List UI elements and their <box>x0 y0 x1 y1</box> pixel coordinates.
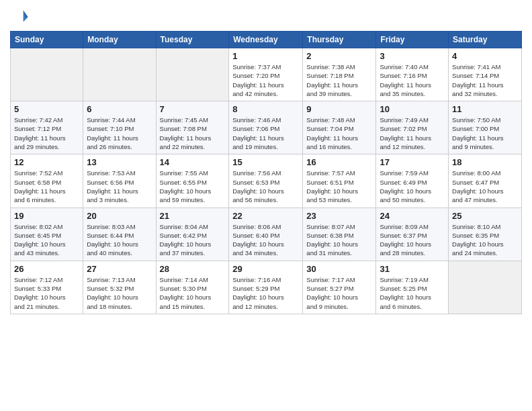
day-number: 27 <box>87 264 152 274</box>
calendar-cell: 30Sunrise: 7:17 AM Sunset: 5:27 PM Dayli… <box>303 261 376 314</box>
calendar-cell: 18Sunrise: 8:00 AM Sunset: 6:47 PM Dayli… <box>449 154 522 208</box>
header <box>10 7 522 26</box>
day-number: 7 <box>160 104 226 114</box>
day-number: 12 <box>14 157 79 167</box>
day-info: Sunrise: 8:09 AM Sunset: 6:37 PM Dayligh… <box>380 222 445 258</box>
day-number: 21 <box>160 211 226 221</box>
calendar-cell: 29Sunrise: 7:16 AM Sunset: 5:29 PM Dayli… <box>229 261 303 314</box>
day-info: Sunrise: 7:12 AM Sunset: 5:33 PM Dayligh… <box>14 275 79 311</box>
calendar-cell: 9Sunrise: 7:48 AM Sunset: 7:04 PM Daylig… <box>303 101 376 154</box>
calendar-cell: 1Sunrise: 7:37 AM Sunset: 7:20 PM Daylig… <box>229 48 303 101</box>
day-info: Sunrise: 7:14 AM Sunset: 5:30 PM Dayligh… <box>160 275 226 311</box>
day-info: Sunrise: 7:37 AM Sunset: 7:20 PM Dayligh… <box>232 62 299 98</box>
calendar-cell: 11Sunrise: 7:50 AM Sunset: 7:00 PM Dayli… <box>449 101 522 154</box>
calendar-cell: 22Sunrise: 8:06 AM Sunset: 6:40 PM Dayli… <box>229 208 303 261</box>
day-info: Sunrise: 7:19 AM Sunset: 5:25 PM Dayligh… <box>380 275 445 311</box>
day-info: Sunrise: 8:06 AM Sunset: 6:40 PM Dayligh… <box>232 222 299 258</box>
day-number: 25 <box>452 211 518 221</box>
day-info: Sunrise: 7:44 AM Sunset: 7:10 PM Dayligh… <box>87 116 152 151</box>
calendar-cell: 21Sunrise: 8:04 AM Sunset: 6:42 PM Dayli… <box>156 208 229 261</box>
day-number: 9 <box>306 104 372 114</box>
calendar-cell <box>11 48 83 101</box>
day-number: 31 <box>380 264 445 274</box>
day-number: 4 <box>452 51 518 61</box>
day-info: Sunrise: 7:57 AM Sunset: 6:51 PM Dayligh… <box>306 169 372 204</box>
weekday-header-sunday: Sunday <box>11 32 83 48</box>
day-number: 1 <box>232 51 299 61</box>
week-row-5: 26Sunrise: 7:12 AM Sunset: 5:33 PM Dayli… <box>11 261 522 314</box>
page: SundayMondayTuesdayWednesdayThursdayFrid… <box>0 0 532 324</box>
day-info: Sunrise: 7:50 AM Sunset: 7:00 PM Dayligh… <box>452 116 518 151</box>
day-number: 5 <box>14 104 79 114</box>
day-number: 28 <box>160 264 226 274</box>
calendar-cell: 25Sunrise: 8:10 AM Sunset: 6:35 PM Dayli… <box>449 208 522 261</box>
week-row-2: 5Sunrise: 7:42 AM Sunset: 7:12 PM Daylig… <box>11 101 522 154</box>
calendar-cell: 24Sunrise: 8:09 AM Sunset: 6:37 PM Dayli… <box>376 208 449 261</box>
calendar-cell: 4Sunrise: 7:41 AM Sunset: 7:14 PM Daylig… <box>449 48 522 101</box>
calendar-cell: 17Sunrise: 7:59 AM Sunset: 6:49 PM Dayli… <box>376 154 449 208</box>
calendar-cell: 13Sunrise: 7:53 AM Sunset: 6:56 PM Dayli… <box>83 154 156 208</box>
week-row-3: 12Sunrise: 7:52 AM Sunset: 6:58 PM Dayli… <box>11 154 522 208</box>
day-info: Sunrise: 8:04 AM Sunset: 6:42 PM Dayligh… <box>160 222 226 258</box>
day-info: Sunrise: 7:59 AM Sunset: 6:49 PM Dayligh… <box>380 169 445 204</box>
calendar-cell <box>83 48 156 101</box>
calendar-cell: 14Sunrise: 7:55 AM Sunset: 6:55 PM Dayli… <box>156 154 229 208</box>
day-number: 22 <box>232 211 299 221</box>
logo <box>10 7 32 26</box>
day-number: 30 <box>306 264 372 274</box>
calendar-cell: 28Sunrise: 7:14 AM Sunset: 5:30 PM Dayli… <box>156 261 229 314</box>
calendar-cell: 23Sunrise: 8:07 AM Sunset: 6:38 PM Dayli… <box>303 208 376 261</box>
day-number: 11 <box>452 104 518 114</box>
calendar-cell: 5Sunrise: 7:42 AM Sunset: 7:12 PM Daylig… <box>11 101 83 154</box>
day-info: Sunrise: 7:45 AM Sunset: 7:08 PM Dayligh… <box>160 116 226 151</box>
weekday-header-tuesday: Tuesday <box>156 32 229 48</box>
calendar-cell <box>156 48 229 101</box>
calendar-cell: 12Sunrise: 7:52 AM Sunset: 6:58 PM Dayli… <box>11 154 83 208</box>
day-number: 14 <box>160 157 226 167</box>
calendar-cell <box>449 261 522 314</box>
day-info: Sunrise: 7:49 AM Sunset: 7:02 PM Dayligh… <box>380 116 445 151</box>
weekday-header-thursday: Thursday <box>303 32 376 48</box>
calendar-cell: 19Sunrise: 8:02 AM Sunset: 6:45 PM Dayli… <box>11 208 83 261</box>
day-info: Sunrise: 7:40 AM Sunset: 7:16 PM Dayligh… <box>380 62 445 98</box>
week-row-4: 19Sunrise: 8:02 AM Sunset: 6:45 PM Dayli… <box>11 208 522 261</box>
day-info: Sunrise: 8:02 AM Sunset: 6:45 PM Dayligh… <box>14 222 79 258</box>
day-number: 19 <box>14 211 79 221</box>
day-info: Sunrise: 8:03 AM Sunset: 6:44 PM Dayligh… <box>87 222 152 258</box>
logo-icon <box>10 7 29 26</box>
day-info: Sunrise: 7:46 AM Sunset: 7:06 PM Dayligh… <box>232 116 299 151</box>
day-info: Sunrise: 7:16 AM Sunset: 5:29 PM Dayligh… <box>232 275 299 311</box>
day-info: Sunrise: 7:52 AM Sunset: 6:58 PM Dayligh… <box>14 169 79 204</box>
day-number: 13 <box>87 157 152 167</box>
day-info: Sunrise: 7:38 AM Sunset: 7:18 PM Dayligh… <box>306 62 372 98</box>
day-info: Sunrise: 7:17 AM Sunset: 5:27 PM Dayligh… <box>306 275 372 311</box>
calendar-cell: 31Sunrise: 7:19 AM Sunset: 5:25 PM Dayli… <box>376 261 449 314</box>
calendar-cell: 3Sunrise: 7:40 AM Sunset: 7:16 PM Daylig… <box>376 48 449 101</box>
week-row-1: 1Sunrise: 7:37 AM Sunset: 7:20 PM Daylig… <box>11 48 522 101</box>
calendar-cell: 2Sunrise: 7:38 AM Sunset: 7:18 PM Daylig… <box>303 48 376 101</box>
day-number: 18 <box>452 157 518 167</box>
day-number: 10 <box>380 104 445 114</box>
day-number: 2 <box>306 51 372 61</box>
day-info: Sunrise: 8:07 AM Sunset: 6:38 PM Dayligh… <box>306 222 372 258</box>
day-info: Sunrise: 8:10 AM Sunset: 6:35 PM Dayligh… <box>452 222 518 258</box>
day-number: 20 <box>87 211 152 221</box>
calendar-cell: 10Sunrise: 7:49 AM Sunset: 7:02 PM Dayli… <box>376 101 449 154</box>
weekday-header-friday: Friday <box>376 32 449 48</box>
calendar-cell: 7Sunrise: 7:45 AM Sunset: 7:08 PM Daylig… <box>156 101 229 154</box>
calendar: SundayMondayTuesdayWednesdayThursdayFrid… <box>10 31 522 314</box>
day-info: Sunrise: 7:42 AM Sunset: 7:12 PM Dayligh… <box>14 116 79 151</box>
day-number: 26 <box>14 264 79 274</box>
calendar-cell: 6Sunrise: 7:44 AM Sunset: 7:10 PM Daylig… <box>83 101 156 154</box>
day-info: Sunrise: 7:13 AM Sunset: 5:32 PM Dayligh… <box>87 275 152 311</box>
day-number: 29 <box>232 264 299 274</box>
calendar-cell: 16Sunrise: 7:57 AM Sunset: 6:51 PM Dayli… <box>303 154 376 208</box>
day-info: Sunrise: 7:56 AM Sunset: 6:53 PM Dayligh… <box>232 169 299 204</box>
calendar-cell: 27Sunrise: 7:13 AM Sunset: 5:32 PM Dayli… <box>83 261 156 314</box>
calendar-cell: 20Sunrise: 8:03 AM Sunset: 6:44 PM Dayli… <box>83 208 156 261</box>
day-info: Sunrise: 7:41 AM Sunset: 7:14 PM Dayligh… <box>452 62 518 98</box>
weekday-header-monday: Monday <box>83 32 156 48</box>
calendar-cell: 26Sunrise: 7:12 AM Sunset: 5:33 PM Dayli… <box>11 261 83 314</box>
day-number: 6 <box>87 104 152 114</box>
day-number: 16 <box>306 157 372 167</box>
